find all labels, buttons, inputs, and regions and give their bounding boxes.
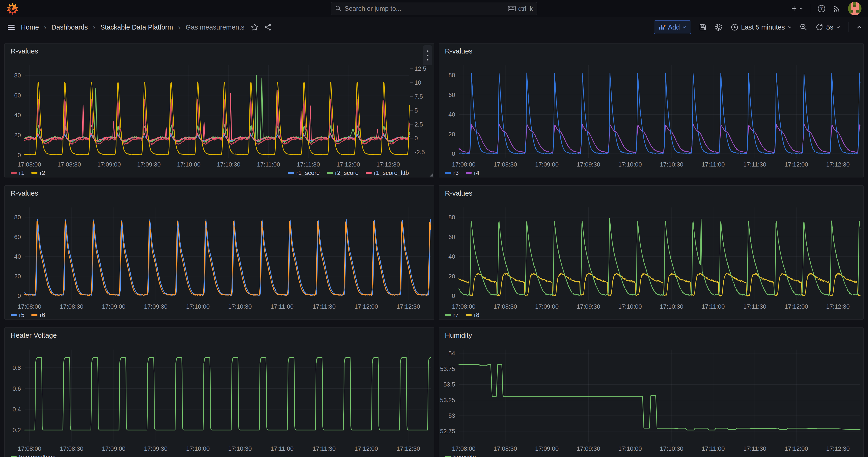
legend-swatch [466,314,472,316]
y-axis-tick-label: 0 [18,152,21,159]
legend-item-r8[interactable]: r8 [466,311,479,318]
y-axis-tick-label: 80 [14,72,21,79]
y-axis-tick-label: 53.5 [443,381,455,388]
legend-label: r6 [40,311,45,318]
x-axis-tick-label: 17:11:30 [313,445,336,452]
series-r1_score_lttb [25,90,409,142]
x-axis-tick-label: 17:10:00 [618,303,642,310]
x-axis-tick-label: 17:09:00 [102,445,126,452]
panel-r-values-2: R-values02040608017:08:0017:08:3017:09:0… [4,185,434,319]
x-axis-tick-label: 17:11:30 [743,303,766,310]
dashboard-grid: R-values020406080-2.502.557.51012.517:08… [0,0,868,420]
series-r4 [459,124,860,153]
y-axis-tick-label: 53.25 [440,397,455,403]
x-axis-tick-label: 17:08:00 [18,161,41,168]
plot-area[interactable]: 02040608017:08:0017:08:3017:09:0017:09:3… [439,186,864,320]
x-axis-tick-label: 17:08:00 [18,445,41,452]
legend-item-r6[interactable]: r6 [31,311,45,318]
legend-label: r1_score [296,169,320,177]
y-axis-tick-label: 0 [452,150,455,157]
legend-label: r4 [474,169,479,177]
x-axis-tick-label: 17:12:00 [354,303,378,310]
x-axis-tick-label: 17:11:30 [297,161,320,168]
legend-item-r2[interactable]: r2 [31,169,45,177]
y-axis-tick-label: 20 [448,131,455,138]
x-axis-tick-label: 17:11:30 [743,445,766,452]
plot-area[interactable]: 0.20.40.60.817:08:0017:08:3017:09:0017:0… [5,328,434,457]
y-axis-tick-label: 20 [14,132,21,139]
x-axis-tick-label: 17:12:00 [354,445,378,452]
legend-swatch [366,172,372,174]
right-axis-tick-label: 12.5 [414,65,426,72]
x-axis-tick-label: 17:08:30 [60,303,84,310]
y-axis-tick-label: 0.2 [12,427,21,433]
plot-area[interactable]: 02040608017:08:0017:08:3017:09:0017:09:3… [439,43,864,178]
x-axis-tick-label: 17:08:30 [60,445,84,452]
plot-area[interactable]: 020406080-2.502.557.51012.517:08:0017:08… [5,43,434,178]
panel-menu-button[interactable] [423,45,432,65]
x-axis-tick-label: 17:08:00 [452,303,475,310]
legend-swatch [445,314,451,316]
series-r7 [459,218,860,295]
right-axis-tick-label: 7.5 [414,93,423,100]
series-r2 [25,82,409,155]
legend-item-heatervoltage[interactable]: heatervoltage [11,454,56,457]
x-axis-tick-label: 17:11:00 [257,161,280,168]
legend-swatch [31,314,37,316]
y-axis-tick-label: 53.75 [440,365,455,372]
y-axis-tick-label: 60 [448,91,455,98]
plot-area[interactable]: 52.755353.2553.553.755417:08:0017:08:301… [439,328,864,457]
x-axis-tick-label: 17:09:00 [102,303,126,310]
x-axis-tick-label: 17:11:00 [702,445,724,452]
x-axis-tick-label: 17:12:00 [784,303,808,310]
legend-item-r7[interactable]: r7 [445,311,459,318]
x-axis-tick-label: 17:09:00 [535,445,559,452]
x-axis-tick-label: 17:11:00 [702,161,724,168]
y-axis-tick-label: 0.4 [12,406,21,413]
legend-item-r1_score[interactable]: r1_score [288,169,320,177]
x-axis-tick-label: 17:08:00 [452,161,475,168]
legend-swatch [11,172,17,174]
legend-item-r3[interactable]: r3 [445,169,459,177]
x-axis-tick-label: 17:08:30 [494,303,517,310]
plot-area[interactable]: 02040608017:08:0017:08:3017:09:0017:09:3… [5,186,434,320]
y-axis-tick-label: 40 [448,111,455,118]
right-axis-tick-label: 2.5 [414,121,423,128]
x-axis-tick-label: 17:12:00 [336,161,360,168]
x-axis-tick-label: 17:11:00 [271,303,293,310]
y-axis-tick-label: 0 [18,292,21,299]
x-axis-tick-label: 17:12:00 [784,161,808,168]
y-axis-tick-label: 40 [14,112,21,119]
legend-item-r4[interactable]: r4 [466,169,479,177]
legend-label: heatervoltage [19,454,56,457]
y-axis-tick-label: 0.8 [12,364,21,371]
panel-resize-handle[interactable] [430,173,433,177]
y-axis-tick-label: 80 [448,214,455,221]
x-axis-tick-label: 17:12:30 [826,445,849,452]
x-axis-tick-label: 17:08:00 [452,445,475,452]
y-axis-tick-label: 54 [448,350,455,357]
legend-swatch [31,172,37,174]
legend-item-humidity[interactable]: humidity [445,454,476,457]
x-axis-tick-label: 17:11:30 [313,303,336,310]
x-axis-tick-label: 17:09:30 [577,445,600,452]
series-r5 [25,219,431,295]
series-r6 [25,221,431,296]
y-axis-tick-label: 52.75 [440,428,455,435]
x-axis-tick-label: 17:10:00 [618,161,642,168]
legend-item-r5[interactable]: r5 [11,311,24,318]
legend-swatch [327,172,333,174]
legend-label: r3 [453,169,459,177]
legend-swatch [11,456,17,457]
x-axis-tick-label: 17:10:30 [660,303,683,310]
legend-label: humidity [453,454,476,457]
legend-item-r1_score_lttb[interactable]: r1_score_lttb [366,169,409,177]
legend-item-r1[interactable]: r1 [11,169,24,177]
legend-item-r2_score[interactable]: r2_score [327,169,359,177]
series-heatervoltage [25,358,431,430]
x-axis-tick-label: 17:10:00 [618,445,642,452]
x-axis-tick-label: 17:11:00 [702,303,724,310]
right-axis-tick-label: 0 [414,135,418,142]
legend-label: r1 [19,169,24,177]
y-axis-tick-label: 60 [14,234,21,241]
